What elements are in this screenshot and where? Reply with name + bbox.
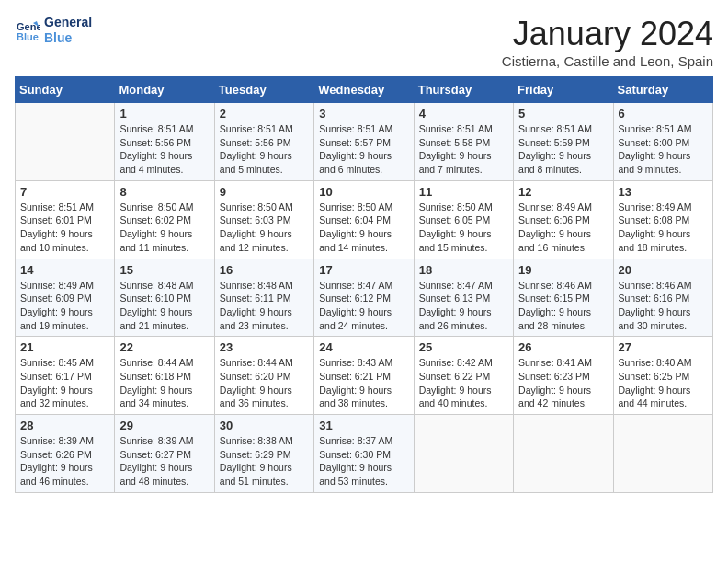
day-info: Sunrise: 8:49 AMSunset: 6:08 PMDaylight:… [619,201,708,255]
calendar-cell: 6Sunrise: 8:51 AMSunset: 6:00 PMDaylight… [613,103,712,181]
day-info: Sunrise: 8:51 AMSunset: 5:59 PMDaylight:… [518,122,608,177]
calendar-cell: 29Sunrise: 8:39 AMSunset: 6:27 PMDayligh… [115,415,214,493]
weekday-header-row: SundayMondayTuesdayWednesdayThursdayFrid… [16,77,713,103]
calendar-cell: 21Sunrise: 8:45 AMSunset: 6:17 PMDayligh… [16,337,115,415]
svg-text:Blue: Blue [17,31,39,42]
day-number: 1 [119,107,209,121]
day-number: 19 [518,263,608,277]
weekday-friday: Friday [514,77,613,103]
day-number: 7 [20,185,109,199]
calendar-cell: 30Sunrise: 8:38 AMSunset: 6:29 PMDayligh… [214,415,313,493]
day-number: 26 [518,340,608,354]
day-info: Sunrise: 8:38 AMSunset: 6:29 PMDaylight:… [220,434,309,488]
calendar-cell: 10Sunrise: 8:50 AMSunset: 6:04 PMDayligh… [314,180,414,259]
day-number: 23 [220,340,309,354]
day-number: 4 [419,107,508,121]
day-number: 27 [619,340,708,354]
weekday-saturday: Saturday [613,77,712,103]
day-info: Sunrise: 8:51 AMSunset: 5:56 PMDaylight:… [220,122,309,177]
day-number: 29 [119,419,209,432]
logo: General Blue General Blue [15,15,92,46]
logo-icon: General Blue [15,17,40,43]
weekday-sunday: Sunday [16,77,115,103]
calendar-week-5: 28Sunrise: 8:39 AMSunset: 6:26 PMDayligh… [16,415,713,493]
day-info: Sunrise: 8:48 AMSunset: 6:11 PMDaylight:… [220,279,309,333]
day-info: Sunrise: 8:51 AMSunset: 5:56 PMDaylight:… [119,122,209,177]
day-number: 31 [319,419,408,432]
calendar-cell [16,103,115,181]
day-info: Sunrise: 8:46 AMSunset: 6:16 PMDaylight:… [619,279,708,333]
calendar-header: SundayMondayTuesdayWednesdayThursdayFrid… [16,77,713,103]
day-number: 13 [619,185,708,199]
day-info: Sunrise: 8:51 AMSunset: 5:58 PMDaylight:… [419,122,508,177]
page-header: General Blue General Blue January 2024 C… [15,15,713,69]
logo-text-blue: Blue [44,30,92,46]
weekday-tuesday: Tuesday [214,77,313,103]
calendar-cell: 18Sunrise: 8:47 AMSunset: 6:13 PMDayligh… [414,259,513,337]
day-number: 20 [619,263,708,277]
day-info: Sunrise: 8:51 AMSunset: 6:01 PMDaylight:… [20,201,109,255]
calendar-cell: 17Sunrise: 8:47 AMSunset: 6:12 PMDayligh… [314,259,414,337]
calendar-cell: 8Sunrise: 8:50 AMSunset: 6:02 PMDaylight… [115,180,214,259]
calendar-cell: 4Sunrise: 8:51 AMSunset: 5:58 PMDaylight… [414,103,513,181]
calendar-cell: 15Sunrise: 8:48 AMSunset: 6:10 PMDayligh… [115,259,214,337]
day-number: 8 [119,185,209,199]
day-number: 30 [220,419,309,432]
calendar-cell: 3Sunrise: 8:51 AMSunset: 5:57 PMDaylight… [314,103,414,181]
day-number: 17 [319,263,408,277]
day-number: 5 [518,107,608,121]
day-info: Sunrise: 8:48 AMSunset: 6:10 PMDaylight:… [119,279,209,333]
calendar-week-3: 14Sunrise: 8:49 AMSunset: 6:09 PMDayligh… [16,259,713,337]
day-info: Sunrise: 8:50 AMSunset: 6:04 PMDaylight:… [319,201,408,255]
day-number: 25 [419,340,508,354]
day-info: Sunrise: 8:43 AMSunset: 6:21 PMDaylight:… [319,356,408,410]
day-info: Sunrise: 8:45 AMSunset: 6:17 PMDaylight:… [20,356,109,410]
day-info: Sunrise: 8:49 AMSunset: 6:09 PMDaylight:… [20,279,109,333]
weekday-wednesday: Wednesday [314,77,414,103]
calendar-cell: 1Sunrise: 8:51 AMSunset: 5:56 PMDaylight… [115,103,214,181]
day-number: 10 [319,185,408,199]
day-info: Sunrise: 8:44 AMSunset: 6:20 PMDaylight:… [220,356,309,410]
day-number: 12 [518,185,608,199]
day-number: 9 [220,185,309,199]
logo-text-general: General [44,15,92,30]
calendar-cell: 12Sunrise: 8:49 AMSunset: 6:06 PMDayligh… [514,180,613,259]
day-number: 28 [20,419,109,432]
calendar-cell: 27Sunrise: 8:40 AMSunset: 6:25 PMDayligh… [613,337,712,415]
calendar-cell: 25Sunrise: 8:42 AMSunset: 6:22 PMDayligh… [414,337,513,415]
calendar-cell: 7Sunrise: 8:51 AMSunset: 6:01 PMDaylight… [16,180,115,259]
day-info: Sunrise: 8:47 AMSunset: 6:12 PMDaylight:… [319,279,408,333]
calendar-cell [514,415,613,493]
calendar-cell [613,415,712,493]
calendar-cell: 9Sunrise: 8:50 AMSunset: 6:03 PMDaylight… [214,180,313,259]
calendar-cell [414,415,513,493]
calendar-cell: 20Sunrise: 8:46 AMSunset: 6:16 PMDayligh… [613,259,712,337]
calendar-cell: 28Sunrise: 8:39 AMSunset: 6:26 PMDayligh… [16,415,115,493]
day-info: Sunrise: 8:40 AMSunset: 6:25 PMDaylight:… [619,356,708,410]
day-number: 24 [319,340,408,354]
calendar-cell: 11Sunrise: 8:50 AMSunset: 6:05 PMDayligh… [414,180,513,259]
day-number: 16 [220,263,309,277]
day-number: 11 [419,185,508,199]
day-info: Sunrise: 8:51 AMSunset: 5:57 PMDaylight:… [319,122,408,177]
day-info: Sunrise: 8:41 AMSunset: 6:23 PMDaylight:… [518,356,608,410]
day-info: Sunrise: 8:50 AMSunset: 6:02 PMDaylight:… [119,201,209,255]
calendar-cell: 14Sunrise: 8:49 AMSunset: 6:09 PMDayligh… [16,259,115,337]
day-info: Sunrise: 8:37 AMSunset: 6:30 PMDaylight:… [319,434,408,488]
calendar-cell: 2Sunrise: 8:51 AMSunset: 5:56 PMDaylight… [214,103,313,181]
day-number: 3 [319,107,408,121]
title-area: January 2024 Cistierna, Castille and Leo… [502,15,713,69]
day-info: Sunrise: 8:49 AMSunset: 6:06 PMDaylight:… [518,201,608,255]
day-info: Sunrise: 8:50 AMSunset: 6:05 PMDaylight:… [419,201,508,255]
day-info: Sunrise: 8:47 AMSunset: 6:13 PMDaylight:… [419,279,508,333]
calendar-cell: 19Sunrise: 8:46 AMSunset: 6:15 PMDayligh… [514,259,613,337]
calendar-week-1: 1Sunrise: 8:51 AMSunset: 5:56 PMDaylight… [16,103,713,181]
day-number: 6 [619,107,708,121]
calendar-cell: 13Sunrise: 8:49 AMSunset: 6:08 PMDayligh… [613,180,712,259]
day-info: Sunrise: 8:42 AMSunset: 6:22 PMDaylight:… [419,356,508,410]
day-info: Sunrise: 8:46 AMSunset: 6:15 PMDaylight:… [518,279,608,333]
calendar-cell: 24Sunrise: 8:43 AMSunset: 6:21 PMDayligh… [314,337,414,415]
calendar-week-4: 21Sunrise: 8:45 AMSunset: 6:17 PMDayligh… [16,337,713,415]
day-number: 15 [119,263,209,277]
day-number: 2 [220,107,309,121]
